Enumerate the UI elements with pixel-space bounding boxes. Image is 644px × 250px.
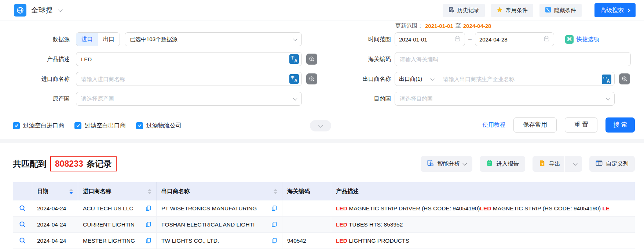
row-detail-button[interactable] [13, 200, 32, 216]
history-icon [448, 7, 454, 14]
collapse-panel-button[interactable] [310, 120, 331, 131]
copy-icon[interactable] [268, 221, 277, 228]
toggle-import[interactable]: 进口 [76, 33, 98, 46]
copy-icon[interactable] [142, 205, 151, 211]
row-hs: 940542 [282, 233, 331, 249]
row-importer-text: MESTER LIGHTING [83, 238, 135, 244]
checkbox-filter-logistics[interactable]: 过滤物流公司 [136, 122, 182, 130]
origin-placeholder: 请选择原产国 [81, 95, 294, 102]
row-detail-button[interactable] [13, 217, 32, 232]
hs-code-label: 海关编码 [348, 55, 395, 63]
copy-icon[interactable] [268, 205, 277, 211]
history-button[interactable]: 历史记录 [443, 4, 485, 17]
product-desc-row: 产品描述 中A [13, 52, 317, 66]
table-header-row: 日期 进口商名称 出口商名称 海关编码 产品描述 [13, 182, 635, 200]
chevron-down-icon [293, 37, 297, 41]
calendar-icon[interactable] [454, 36, 461, 43]
topbar-divider [588, 6, 588, 15]
row-importer-text: CURRENT LIGHTIN [83, 221, 135, 228]
custom-columns-button[interactable]: 自定义列 [589, 156, 635, 172]
header-importer[interactable]: 进口商名称 [78, 182, 157, 200]
row-date: 2024-04-24 [32, 233, 78, 249]
exporter-type-select[interactable]: 出口商(1) [395, 72, 438, 86]
importer-row: 进口商名称 中A [13, 72, 317, 86]
fuzzy-search-icon[interactable] [306, 73, 317, 84]
exporter-control: 出口商(1) 中A [395, 72, 615, 86]
calendar-icon[interactable] [544, 36, 550, 43]
fuzzy-search-icon[interactable] [306, 54, 317, 65]
start-date-input[interactable]: 2024-01-01 [395, 32, 465, 46]
reset-button[interactable]: 重 置 [565, 117, 598, 133]
origin-select[interactable]: 请选择原产国 [76, 92, 302, 106]
importer-input[interactable] [76, 72, 302, 86]
fuzzy-search-icon[interactable] [619, 73, 630, 84]
command-icon[interactable]: ⌘ [565, 35, 574, 44]
row-desc: LED MAGNETIC STRIP DRIVER (HS CODE: 9405… [331, 200, 635, 216]
row-hs [282, 217, 331, 232]
product-desc-input[interactable] [76, 52, 302, 66]
checkbox-filter-blank-exporter[interactable]: 过滤空白出口商 [74, 122, 126, 130]
hide-conditions-button-label: 隐藏条件 [554, 7, 576, 14]
enter-report-label: 进入报告 [496, 160, 519, 168]
sort-importer[interactable] [145, 189, 151, 194]
update-range-from: 2021-01-01 [425, 23, 453, 29]
copy-icon[interactable] [268, 238, 277, 244]
destination-row: 目的国 请选择目的国 [348, 92, 615, 106]
export-dropdown-button[interactable] [569, 156, 582, 172]
row-detail-button[interactable] [13, 233, 32, 249]
row-exporter-cell: FOSHAN ELECTRICAL AND LIGHTI [157, 217, 282, 232]
exporter-input[interactable] [438, 72, 614, 86]
search-button[interactable]: 搜 索 [605, 117, 635, 133]
translate-icon[interactable]: 中A [602, 75, 611, 84]
hs-code-input[interactable] [395, 52, 631, 66]
update-range: 更新范围： 2021-01-01 至 2024-04-28 [395, 22, 491, 29]
data-source-select[interactable]: 已选中103个数据源 [125, 32, 302, 46]
row-importer-text: ACU TECH US LLC [83, 205, 133, 212]
translate-icon[interactable]: 中A [289, 54, 299, 64]
destination-select[interactable]: 请选择目的国 [395, 92, 615, 106]
favorites-button[interactable]: 常用条件 [491, 4, 533, 17]
enter-report-button[interactable]: 进入报告 [480, 156, 525, 172]
chevron-down-icon [293, 96, 297, 100]
row-desc: LED LIGHTING PRODUCTS [331, 233, 635, 249]
end-date-value: 2024-04-28 [479, 36, 541, 43]
report-notebook-icon [486, 160, 493, 168]
bi-chart-icon: BI [427, 160, 434, 168]
results-prefix: 共匹配到 [13, 158, 47, 170]
exporter-row: 出口商名称 出口商(1) 中A [348, 72, 630, 86]
row-date: 2024-04-24 [32, 217, 78, 232]
magnifier-icon [19, 221, 26, 228]
favorites-button-label: 常用条件 [506, 7, 528, 14]
app-switcher-chevron-down-icon[interactable] [58, 7, 63, 12]
tutorial-link[interactable]: 使用教程 [483, 121, 505, 129]
checkbox-label: 过滤空白出口商 [85, 122, 126, 130]
results-table: 日期 进口商名称 出口商名称 海关编码 产品描述 2024-04-24 ACU … [13, 182, 635, 249]
advanced-search-button[interactable]: 高级搜索 [594, 3, 636, 17]
save-common-button[interactable]: 保存常用 [513, 117, 557, 133]
import-export-toggle: 进口 出口 [76, 32, 120, 46]
export-split-button: 导出 [533, 156, 582, 172]
export-doc-icon [539, 160, 546, 168]
end-date-input[interactable]: 2024-04-28 [475, 32, 554, 46]
copy-icon[interactable] [142, 221, 151, 228]
copy-icon[interactable] [142, 238, 151, 244]
checkbox-filter-blank-importer[interactable]: 过滤空白进口商 [13, 122, 64, 130]
export-label[interactable]: 导出 [549, 160, 560, 168]
quick-options-link[interactable]: 快捷选项 [577, 36, 599, 43]
sort-date[interactable] [66, 189, 73, 194]
smart-analysis-button[interactable]: BI 智能分析 [421, 156, 472, 172]
header-date[interactable]: 日期 [32, 182, 78, 200]
table-row: 2024-04-24 MESTER LIGHTING TW LIGHTS CO.… [13, 233, 635, 249]
data-source-label: 数据源 [13, 36, 76, 43]
row-exporter-text: PT WISETRONICS MANUFATURING [161, 205, 257, 212]
translate-icon[interactable]: 中A [289, 74, 299, 84]
row-exporter-cell: TW LIGHTS CO., LTD. [157, 233, 282, 249]
chevron-right-icon [627, 8, 630, 12]
chevron-down-icon [462, 161, 466, 165]
header-exporter[interactable]: 出口商名称 [157, 182, 282, 200]
toggle-export[interactable]: 出口 [98, 33, 120, 46]
sort-exporter[interactable] [271, 189, 277, 194]
checkbox-checked-icon [136, 122, 143, 129]
row-importer-cell: ACU TECH US LLC [78, 200, 157, 216]
hide-conditions-button[interactable]: 隐藏条件 [539, 4, 582, 17]
